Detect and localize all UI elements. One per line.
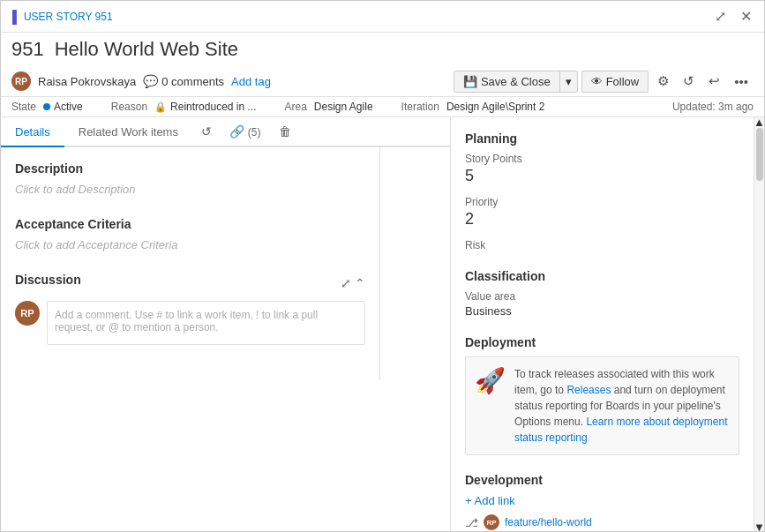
branch-avatar: RP: [484, 514, 499, 530]
releases-link[interactable]: Releases: [566, 384, 611, 396]
reason-item: Reason 🔒 Reintroduced in ...: [111, 101, 257, 113]
save-close-main[interactable]: 💾 Save & Close: [454, 71, 559, 92]
value-area-label: Value area: [465, 290, 739, 303]
development-title: Development: [465, 473, 739, 487]
top-bar: ▐ USER STORY 951 ⤢ ✕: [1, 1, 764, 33]
close-button[interactable]: ✕: [735, 4, 757, 28]
breadcrumb[interactable]: USER STORY 951: [24, 11, 113, 23]
acceptance-criteria-title: Acceptance Criteria: [15, 217, 365, 231]
acceptance-criteria-placeholder[interactable]: Click to add Acceptance Criteria: [15, 238, 365, 251]
refresh-button[interactable]: ↺: [678, 70, 700, 93]
iteration-item: Iteration Design Agile\Sprint 2: [401, 101, 545, 113]
deployment-box: 🚀 To track releases associated with this…: [465, 356, 739, 455]
deployment-title: Deployment: [465, 335, 739, 349]
planning-section: Planning Story Points 5 Priority 2 Risk: [465, 131, 739, 251]
discussion-input-area: RP Add a comment. Use # to link a work i…: [15, 301, 365, 345]
follow-label: Follow: [606, 75, 640, 88]
state-item: State Active: [11, 101, 83, 113]
priority-value[interactable]: 2: [465, 210, 739, 229]
expand-button[interactable]: ⤢: [709, 4, 731, 28]
discussion-avatar: RP: [15, 301, 40, 326]
meta-row: State Active Reason 🔒 Reintroduced in ..…: [1, 97, 764, 117]
discussion-title: Discussion: [15, 273, 81, 287]
top-bar-left: ▐ USER STORY 951: [8, 10, 113, 24]
description-title: Description: [15, 161, 365, 176]
scroll-down-button[interactable]: ▼: [754, 522, 764, 531]
delete-button[interactable]: 🗑: [270, 117, 300, 146]
risk-label: Risk: [465, 239, 739, 251]
history-button[interactable]: ↺: [192, 117, 221, 146]
discussion-section: Discussion ⤢ ⌃ RP Add a comment. Use # t…: [15, 273, 365, 345]
title-bar: 951 Hello World Web Site: [1, 33, 764, 66]
deployment-icon: 🚀: [475, 366, 506, 395]
state-dot: [43, 103, 50, 110]
branch-link[interactable]: feature/hello-world: [505, 516, 592, 528]
content-area: Details Related Work items ↺ 🔗 (5) 🗑 Des…: [1, 117, 764, 531]
links-button[interactable]: 🔗 (5): [221, 117, 270, 146]
discussion-input[interactable]: Add a comment. Use # to link a work item…: [47, 301, 365, 345]
comments-button[interactable]: 💬 0 comments: [143, 74, 224, 88]
work-item-window: ▐ USER STORY 951 ⤢ ✕ 951 Hello World Web…: [0, 0, 765, 532]
eye-icon: 👁: [591, 75, 603, 88]
story-points-label: Story Points: [465, 153, 739, 165]
save-icon: 💾: [463, 75, 477, 88]
author-name[interactable]: Raisa Pokrovskaya: [38, 75, 136, 88]
reason-value[interactable]: 🔒 Reintroduced in ...: [154, 101, 256, 113]
more-button[interactable]: •••: [729, 71, 754, 93]
discussion-actions: ⤢ ⌃: [341, 276, 365, 290]
toolbar-left: RP Raisa Pokrovskaya 💬 0 comments Add ta…: [11, 71, 446, 91]
iteration-value[interactable]: Design Agile\Sprint 2: [446, 101, 544, 113]
comment-icon: 💬: [143, 74, 158, 88]
comments-count: 0 comments: [161, 75, 224, 88]
reason-label: Reason: [111, 101, 147, 113]
deployment-section: Deployment 🚀 To track releases associate…: [465, 335, 739, 455]
planning-title: Planning: [465, 131, 739, 146]
author-initials: RP: [15, 77, 27, 86]
add-link-button[interactable]: + Add link: [465, 494, 515, 507]
iteration-label: Iteration: [401, 101, 439, 113]
story-points-value[interactable]: 5: [465, 167, 739, 185]
author-avatar: RP: [11, 71, 31, 91]
state-label: State: [11, 101, 36, 113]
meta-left: State Active Reason 🔒 Reintroduced in ..…: [11, 101, 544, 113]
link-icon: 🔗: [229, 124, 244, 139]
area-label: Area: [284, 101, 306, 113]
classification-section: Classification Value area Business: [465, 269, 739, 318]
branch-icon: ⎇: [465, 516, 478, 529]
value-area-value[interactable]: Business: [465, 304, 739, 318]
tab-related-work-items[interactable]: Related Work items: [64, 118, 192, 147]
expand-discussion-button[interactable]: ⤢: [341, 276, 351, 290]
toolbar: RP Raisa Pokrovskaya 💬 0 comments Add ta…: [1, 66, 764, 97]
tab-details[interactable]: Details: [1, 118, 64, 147]
work-item-type-icon: ▐: [8, 10, 17, 24]
undo-button[interactable]: ↩: [703, 70, 725, 93]
area-value[interactable]: Design Agile: [314, 101, 373, 113]
branch-item: ⎇ RP feature/hello-world: [465, 514, 739, 530]
right-scrollbar[interactable]: ▲ ▼: [754, 117, 764, 531]
description-placeholder[interactable]: Click to add Description: [15, 183, 365, 196]
work-item-title[interactable]: Hello World Web Site: [55, 38, 238, 61]
acceptance-criteria-section: Acceptance Criteria Click to add Accepta…: [15, 217, 365, 251]
discussion-header: Discussion ⤢ ⌃: [15, 273, 365, 294]
left-main: Description Click to add Description Acc…: [1, 147, 380, 380]
save-close-button[interactable]: 💾 Save & Close ▾: [454, 71, 578, 93]
state-value[interactable]: Active: [43, 101, 83, 113]
scroll-up-button[interactable]: ▲: [754, 117, 764, 126]
area-item: Area Design Agile: [284, 101, 372, 113]
development-section: Development + Add link ⎇ RP feature/hell…: [465, 473, 739, 531]
follow-button[interactable]: 👁 Follow: [581, 71, 649, 93]
deployment-text: To track releases associated with this w…: [514, 366, 730, 446]
priority-label: Priority: [465, 196, 739, 208]
work-item-id: 951: [11, 38, 44, 61]
toolbar-right: 💾 Save & Close ▾ 👁 Follow ⚙ ↺ ↩ •••: [454, 70, 754, 93]
scrollbar-thumb[interactable]: [756, 128, 763, 181]
settings-button[interactable]: ⚙: [652, 70, 674, 93]
lock-icon: 🔒: [154, 101, 167, 113]
top-bar-right: ⤢ ✕: [709, 4, 757, 28]
add-tag-button[interactable]: Add tag: [231, 75, 271, 88]
save-close-label: Save & Close: [481, 75, 551, 88]
classification-title: Classification: [465, 269, 739, 283]
links-count: (5): [248, 126, 261, 139]
collapse-discussion-button[interactable]: ⌃: [355, 276, 365, 290]
save-close-dropdown[interactable]: ▾: [559, 71, 577, 92]
